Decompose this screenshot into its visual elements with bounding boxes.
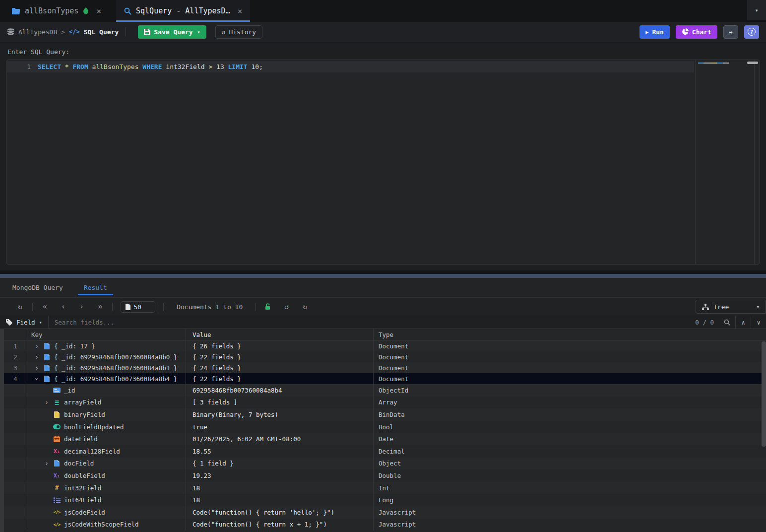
table-row[interactable]: dateField 01/26/2025, 6:02 AM GMT-08:00 … — [4, 433, 766, 445]
breadcrumb-page: SQL Query — [84, 28, 119, 36]
first-page-button[interactable]: « — [36, 302, 54, 311]
breadcrumb-db[interactable]: AllTypesDB — [18, 28, 57, 36]
field-search-bar: Field ▾ 0 / 0 ∧ ∨ — [0, 316, 766, 329]
table-row[interactable]: 2 ›{ _id: 692958468fb007360084a8b0 } { 2… — [4, 351, 766, 362]
history-button[interactable]: ↺ History — [215, 25, 263, 39]
sql-token: FROM — [72, 63, 92, 70]
tab-sqlquery[interactable]: SqlQuery - AllTypesD… × — [116, 0, 250, 22]
row-type: Javascript — [374, 519, 766, 531]
sql-token: LIMIT — [228, 63, 252, 70]
table-row[interactable]: X₁doubleField 19.23 Double — [4, 469, 766, 482]
expand-icon[interactable]: › — [33, 353, 40, 361]
table-row[interactable]: 3 ›{ _id: 692958468fb007360084a8b1 } { 2… — [4, 362, 766, 373]
row-number: 2 — [4, 351, 27, 362]
tab-bar: allBsonTypes × SqlQuery - AllTypesD… × ▾ — [0, 0, 766, 22]
row-value: { 24 fields } — [186, 362, 374, 373]
row-value: 01/26/2025, 6:02 AM GMT-08:00 — [186, 433, 374, 445]
sql-token: * — [65, 63, 73, 70]
history-label: History — [229, 28, 256, 36]
splitter-shadow — [0, 270, 766, 274]
sql-token: WHERE — [142, 63, 166, 70]
undo-icon[interactable]: ↺ — [277, 302, 296, 311]
table-row[interactable]: ›docField { 1 field } Object — [4, 458, 766, 470]
search-fields-input[interactable] — [49, 319, 691, 326]
row-value: 692958468fb007360084a8b4 — [186, 384, 374, 397]
code-line[interactable]: 1 SELECT * FROM allBsonTypes WHERE int32… — [7, 61, 694, 72]
row-key: _id — [64, 387, 75, 394]
folder-icon — [12, 8, 20, 14]
sql-token: allBsonTypes — [92, 63, 143, 70]
page-size-box[interactable] — [121, 301, 155, 313]
row-value: [ 3 fields ] — [186, 397, 374, 409]
help-button[interactable]: ? — [744, 25, 759, 39]
toolbar-divider — [255, 303, 256, 311]
close-icon[interactable]: × — [238, 6, 243, 16]
editor-prompt: Enter SQL Query: — [7, 48, 760, 56]
line-number: 1 — [7, 63, 38, 70]
save-query-button[interactable]: Save Query ▾ — [138, 25, 206, 39]
row-key: { _id: 692958468fb007360084a8b0 } — [54, 353, 177, 361]
table-row[interactable]: </>jsCodeWithScopeField Code("function()… — [4, 519, 766, 531]
breadcrumb: AllTypesDB > </> SQL Query — [7, 28, 119, 36]
row-number — [4, 458, 27, 470]
table-row[interactable]: </>jsCodeField Code("function() { return… — [4, 506, 766, 519]
table-row[interactable]: int64Field 18 Long — [4, 494, 766, 506]
table-row[interactable]: ›≡arrayField [ 3 fields ] Array — [4, 397, 766, 409]
row-number — [4, 408, 27, 421]
sql-token: int32Field — [166, 63, 208, 70]
table-row[interactable]: boolFieldUpdated true Bool — [4, 421, 766, 433]
run-button[interactable]: ▶ Run — [639, 25, 670, 39]
row-number — [4, 506, 27, 519]
tab-mongodb-query[interactable]: MongoDB Query — [12, 284, 63, 297]
close-icon[interactable]: × — [96, 6, 101, 16]
int64-list-icon — [53, 496, 61, 504]
expand-editor-button[interactable]: ↔ — [723, 25, 738, 39]
redo-icon[interactable]: ↻ — [296, 302, 314, 311]
row-type: Javascript — [374, 506, 766, 519]
next-match-button[interactable]: ∨ — [751, 316, 766, 329]
editor-scrollbar-thumb[interactable] — [747, 62, 758, 64]
refresh-icon[interactable]: ↻ — [11, 302, 29, 311]
row-value: 18.55 — [186, 445, 374, 458]
expand-icon[interactable]: › — [43, 399, 50, 406]
next-page-button[interactable]: › — [72, 302, 91, 311]
row-number: 3 — [4, 362, 27, 373]
field-filter-dropdown[interactable]: Field ▾ — [0, 319, 48, 326]
table-row[interactable]: 1 ›{ _id: 17 } { 26 fields } Document — [4, 340, 766, 351]
last-page-button[interactable]: » — [91, 302, 109, 311]
table-scrollbar-thumb[interactable] — [762, 341, 766, 447]
sql-token: 13 — [216, 63, 228, 70]
chart-button[interactable]: Chart — [676, 25, 717, 39]
search-icon[interactable] — [719, 319, 735, 326]
expand-icon[interactable]: › — [43, 460, 50, 467]
tab-allbsontypes[interactable]: allBsonTypes × — [4, 0, 109, 22]
editor-minimap[interactable] — [695, 60, 755, 264]
row-key: int64Field — [64, 496, 101, 504]
row-type: Long — [374, 494, 766, 506]
row-number — [4, 397, 27, 409]
result-toolbar: ↻ « ‹ › » Documents 1 to 10 ↺ ↻ Tree ▾ — [0, 298, 766, 316]
row-type: Document — [374, 340, 766, 351]
tab-overflow-button[interactable]: ▾ — [747, 0, 766, 20]
row-type: ObjectId — [374, 384, 766, 397]
match-counter: 0 / 0 — [690, 319, 719, 326]
collapse-icon[interactable]: › — [33, 375, 41, 382]
tag-icon — [6, 319, 12, 326]
table-row-selected[interactable]: 4 ›{ _id: 692958468fb007360084a8b4 } { 2… — [4, 373, 766, 384]
table-row[interactable]: X₁decimal128Field 18.55 Decimal — [4, 445, 766, 458]
unlock-icon[interactable] — [259, 303, 277, 310]
table-row[interactable]: #int32Field 18 Int — [4, 482, 766, 494]
panel-splitter[interactable] — [0, 274, 766, 278]
previous-match-button[interactable]: ∧ — [736, 316, 751, 329]
code-icon: </> — [69, 28, 80, 35]
tab-result[interactable]: Result — [84, 284, 107, 297]
result-tab-bar: MongoDB Query Result — [0, 278, 766, 298]
expand-icon[interactable]: › — [33, 342, 40, 350]
table-row[interactable]: _id 692958468fb007360084a8b4 ObjectId — [4, 384, 766, 397]
expand-icon[interactable]: › — [33, 364, 40, 372]
previous-page-button[interactable]: ‹ — [54, 302, 72, 311]
sql-editor[interactable]: 1 SELECT * FROM allBsonTypes WHERE int32… — [6, 60, 760, 265]
view-mode-dropdown[interactable]: Tree ▾ — [696, 300, 766, 314]
page-size-input[interactable] — [133, 303, 150, 311]
table-row[interactable]: binaryField Binary(Binary, 7 bytes) BinD… — [4, 408, 766, 421]
